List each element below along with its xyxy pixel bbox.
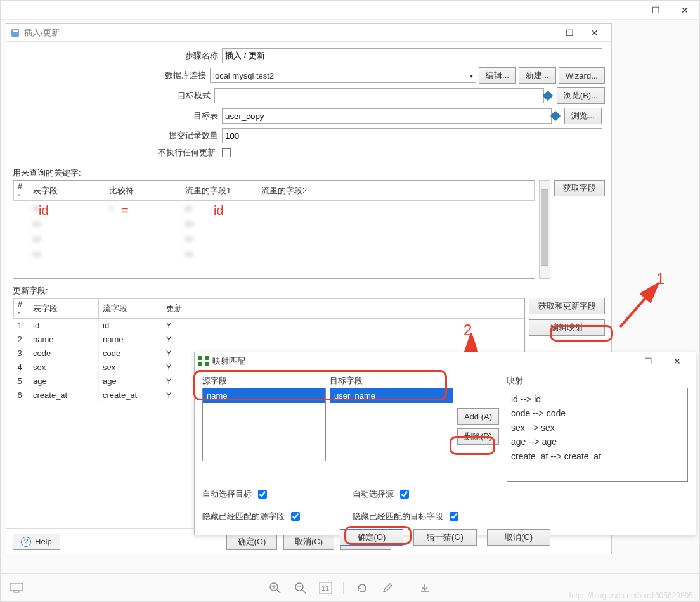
get-update-fields-button[interactable]: 获取和更新字段 <box>529 298 605 314</box>
source-field-label: 源字段 <box>202 375 326 387</box>
dialog1-titlebar: 插入/更新 — ☐ ✕ <box>6 24 611 42</box>
svg-rect-5 <box>10 583 23 591</box>
edit-connection-button[interactable]: 编辑... <box>479 67 516 84</box>
mapping-guess-button[interactable]: 猜一猜(G) <box>413 529 477 546</box>
lookup-col-comparator: 比较符 <box>105 181 181 201</box>
dialog2-close-button[interactable]: ✕ <box>663 352 692 371</box>
get-fields-button[interactable]: 获取字段 <box>554 180 605 196</box>
dialog2-titlebar: 映射匹配 — ☐ ✕ <box>195 352 696 370</box>
edit-icon[interactable] <box>380 581 394 595</box>
svg-rect-6 <box>14 591 19 592</box>
table-row[interactable]: 2namenameY <box>14 333 524 347</box>
lookup-col-num: # <box>18 181 22 191</box>
outer-titlebar: — ☐ ✕ <box>1 1 699 20</box>
chevron-down-icon: ▾ <box>470 72 473 79</box>
mapping-item[interactable]: age --> age <box>511 435 684 449</box>
browse-table-button[interactable]: 浏览... <box>564 108 602 124</box>
target-item-username[interactable]: user_name <box>330 388 453 403</box>
help-button[interactable]: ? Help <box>13 534 60 550</box>
watermark: https://blog.csdn.net/xxc1605629895 <box>569 591 693 600</box>
target-table-input[interactable] <box>222 108 552 124</box>
connection-label: 数据库连接 <box>13 70 210 81</box>
connection-value: local mysql test2 <box>213 71 274 80</box>
dialog2-minimize-button[interactable]: — <box>604 352 633 371</box>
no-update-label: 不执行任何更新: <box>13 147 222 158</box>
zoom-in-icon[interactable] <box>268 581 282 595</box>
lookup-col-tablefield: 表字段 <box>29 181 105 201</box>
dialog1-maximize-button[interactable]: ☐ <box>557 25 582 41</box>
help-label: Help <box>35 537 52 546</box>
wizard-button[interactable]: Wizard... <box>559 67 605 84</box>
target-schema-input[interactable] <box>214 88 544 103</box>
hide-matched-target-checkbox[interactable]: 隐藏已经匹配的目标字段 <box>353 510 460 523</box>
annot-stream-id: id <box>214 203 224 218</box>
mapping-ok-button[interactable]: 确定(O) <box>340 529 403 546</box>
outer-close-button[interactable]: ✕ <box>670 1 699 20</box>
download-icon[interactable] <box>418 581 432 595</box>
lookup-scrollbar[interactable] <box>539 180 550 279</box>
connection-combo[interactable]: local mysql test2 ▾ <box>210 68 476 83</box>
update-col-tablefield: 表字段 <box>29 299 99 319</box>
annot-field-id: id <box>39 203 49 218</box>
commit-size-label: 提交记录数量 <box>13 130 222 141</box>
dialog2-maximize-button[interactable]: ☐ <box>633 352 663 371</box>
target-table-label: 目标表 <box>13 110 222 122</box>
svg-line-2 <box>620 287 655 327</box>
target-schema-label: 目标模式 <box>13 90 214 101</box>
delete-mapping-button[interactable]: 删除(D) <box>457 428 499 445</box>
dialog1-close-button[interactable]: ✕ <box>582 25 607 41</box>
help-icon: ? <box>21 537 31 547</box>
dialog1-title: 插入/更新 <box>24 27 60 39</box>
lookup-col-stream1: 流里的字段1 <box>181 181 257 201</box>
auto-select-target-checkbox[interactable]: 自动选择目标 <box>202 488 302 501</box>
lookup-section-label: 用来查询的关键字: <box>6 165 611 179</box>
new-connection-button[interactable]: 新建... <box>519 67 556 84</box>
outer-maximize-button[interactable]: ☐ <box>641 1 670 20</box>
mapping-cancel-button[interactable]: 取消(C) <box>487 529 550 546</box>
annot-cmp: = <box>121 203 129 218</box>
hide-matched-source-checkbox[interactable]: 隐藏已经匹配的源字段 <box>202 510 302 523</box>
source-item-name[interactable]: name <box>203 388 325 403</box>
lookup-table[interactable]: # ^ 表字段 比较符 流里的字段1 流里的字段2 id=id xxxx xxx… <box>13 180 535 279</box>
table-row[interactable]: 1ididY <box>14 319 524 333</box>
lookup-col-stream2: 流里的字段2 <box>257 181 535 201</box>
no-update-checkbox[interactable] <box>222 148 231 157</box>
mapping-label: 映射 <box>507 375 688 387</box>
root: — ☐ ✕ 插入/更新 — ☐ ✕ 步骤名称 数据库连接 local <box>0 0 700 602</box>
update-section-label: 更新字段: <box>6 283 611 297</box>
update-col-update: 更新 <box>162 299 524 319</box>
target-listbox[interactable]: user_name <box>330 388 453 461</box>
mapping-item[interactable]: sex --> sex <box>511 421 684 435</box>
step-name-input[interactable] <box>222 48 602 63</box>
step-name-label: 步骤名称 <box>13 50 222 61</box>
diamond-icon <box>542 91 553 101</box>
browse-schema-button[interactable]: 浏览(B)... <box>557 87 605 104</box>
source-listbox[interactable]: name <box>202 388 326 461</box>
form-area: 步骤名称 数据库连接 local mysql test2 ▾ 编辑... 新建.… <box>6 42 611 165</box>
dialog1-icon <box>10 28 20 38</box>
zoom-out-icon[interactable] <box>294 581 308 595</box>
zoom-level[interactable]: 11 <box>319 582 332 594</box>
edit-mapping-button[interactable]: 编辑映射 <box>529 319 605 336</box>
svg-rect-0 <box>11 29 19 37</box>
svg-line-8 <box>277 590 280 593</box>
target-field-label: 目标字段 <box>330 375 453 387</box>
mapping-item[interactable]: id --> id <box>511 392 684 406</box>
outer-minimize-button[interactable]: — <box>612 1 641 20</box>
panel-icon[interactable] <box>10 581 23 595</box>
refresh-icon[interactable] <box>355 581 369 595</box>
commit-size-input[interactable] <box>222 128 602 143</box>
mapping-dialog: 映射匹配 — ☐ ✕ 源字段 name 目标字段 user_name <box>194 352 696 535</box>
add-mapping-button[interactable]: Add (A) <box>457 408 499 425</box>
update-col-streamfield: 流字段 <box>99 299 162 319</box>
auto-select-source-checkbox[interactable]: 自动选择源 <box>353 488 460 501</box>
mapping-item[interactable]: code --> code <box>511 406 684 420</box>
dialog2-title: 映射匹配 <box>212 355 245 367</box>
diamond-icon <box>550 111 561 122</box>
dialog1-minimize-button[interactable]: — <box>531 25 557 41</box>
mapping-item[interactable]: create_at --> create_at <box>511 449 684 463</box>
svg-line-12 <box>302 590 306 593</box>
annot-1: 1 <box>656 270 664 288</box>
svg-rect-1 <box>13 30 18 32</box>
mapping-listbox[interactable]: id --> idcode --> codesex --> sexage -->… <box>507 388 688 482</box>
